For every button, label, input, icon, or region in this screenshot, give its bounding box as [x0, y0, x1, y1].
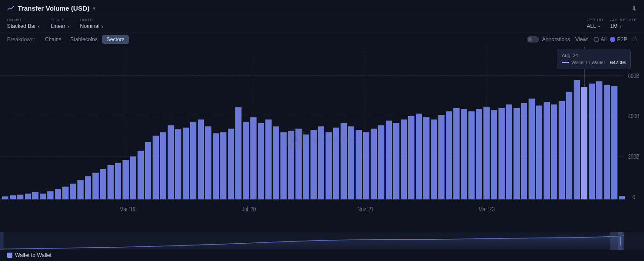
svg-rect-30 — [107, 165, 114, 199]
aggregate-control: AGGREGATE 1M ▾ — [610, 18, 637, 29]
aggregate-dropdown[interactable]: 1M ▾ — [610, 23, 637, 29]
title-chevron-icon[interactable]: ▾ — [93, 5, 96, 12]
breakdown-label: Breakdown: — [7, 36, 35, 43]
svg-rect-54 — [288, 131, 294, 199]
svg-rect-34 — [138, 151, 144, 199]
svg-rect-88 — [544, 102, 550, 199]
svg-rect-72 — [423, 117, 429, 199]
legend-item-wallet: Wallet to Wallet — [7, 252, 51, 258]
svg-rect-49 — [250, 117, 257, 199]
chart-icon — [7, 5, 14, 12]
annotations-switch[interactable] — [527, 36, 539, 43]
annotations-label: Annotations — [542, 36, 570, 43]
svg-rect-17 — [10, 195, 16, 199]
breakdown-stablecoins-button[interactable]: Stablecoins — [66, 35, 102, 44]
scale-dropdown[interactable]: Linear ▾ — [50, 23, 69, 29]
svg-rect-58 — [318, 126, 324, 199]
svg-rect-21 — [40, 194, 46, 199]
tooltip-label: Wallet to Wallet — [562, 60, 605, 65]
svg-rect-31 — [115, 163, 121, 199]
units-chevron-icon: ▾ — [101, 24, 104, 29]
svg-rect-47 — [235, 107, 242, 199]
svg-rect-78 — [468, 111, 475, 199]
svg-rect-45 — [220, 132, 226, 199]
period-control: PERIOD ALL ▾ — [586, 18, 603, 29]
svg-rect-71 — [416, 114, 422, 199]
svg-rect-68 — [393, 123, 399, 199]
svg-rect-42 — [198, 120, 204, 199]
svg-rect-95 — [589, 84, 595, 199]
chart-header: Transfer Volume (USD) ▾ ⬇ — [0, 0, 644, 15]
legend-color-wallet — [7, 253, 12, 258]
svg-rect-77 — [461, 109, 467, 199]
svg-rect-19 — [25, 194, 31, 199]
svg-rect-65 — [371, 129, 377, 199]
svg-rect-56 — [303, 135, 309, 199]
svg-rect-73 — [431, 120, 437, 199]
breakdown-sectors-button[interactable]: Sectors — [102, 35, 129, 44]
svg-rect-84 — [514, 108, 520, 199]
svg-rect-48 — [243, 122, 249, 199]
svg-text:Nov '21: Nov '21 — [357, 206, 374, 213]
svg-rect-52 — [273, 126, 279, 199]
mini-chart[interactable] — [0, 232, 644, 249]
svg-rect-67 — [386, 121, 392, 199]
svg-rect-41 — [190, 122, 196, 199]
svg-rect-28 — [92, 173, 99, 199]
svg-text:Mar '23: Mar '23 — [479, 206, 494, 213]
svg-rect-36 — [153, 136, 159, 199]
view-p2p-option[interactable]: P2P — [610, 36, 627, 43]
chart-dropdown[interactable]: Stacked Bar ▾ — [7, 23, 40, 29]
svg-rect-25 — [70, 184, 76, 199]
svg-text:0: 0 — [632, 193, 635, 201]
download-button[interactable]: ⬇ — [632, 5, 637, 12]
scale-control: SCALE Linear ▾ — [50, 18, 69, 29]
svg-rect-62 — [348, 126, 354, 199]
units-dropdown[interactable]: Nominal ▾ — [80, 23, 104, 29]
svg-rect-104 — [620, 237, 621, 245]
scale-control-label: SCALE — [50, 18, 69, 22]
svg-rect-69 — [401, 120, 407, 199]
tooltip-row: Wallet to Wallet 647.3B — [562, 60, 626, 65]
svg-rect-98 — [611, 86, 617, 199]
info-icon[interactable]: ⓘ — [632, 36, 637, 43]
svg-rect-38 — [168, 125, 174, 199]
tooltip-line-indicator — [562, 62, 569, 63]
aggregate-control-label: AGGREGATE — [610, 18, 637, 22]
controls-row: CHART Stacked Bar ▾ SCALE Linear ▾ UNITS… — [0, 15, 644, 32]
view-all-option[interactable]: All — [594, 36, 606, 43]
svg-rect-40 — [183, 128, 189, 199]
view-options: All P2P — [594, 36, 627, 43]
svg-rect-85 — [521, 103, 527, 199]
svg-rect-55 — [295, 129, 302, 199]
view-p2p-radio[interactable] — [610, 37, 615, 42]
svg-rect-79 — [476, 109, 482, 199]
period-aggregate-area: PERIOD ALL ▾ AGGREGATE 1M ▾ — [586, 18, 637, 29]
svg-rect-27 — [85, 176, 91, 199]
period-chevron-icon: ▾ — [598, 24, 600, 29]
chart-tooltip: Aug '24 Wallet to Wallet 647.3B — [557, 49, 631, 69]
period-control-label: PERIOD — [586, 18, 603, 22]
svg-rect-82 — [498, 108, 505, 199]
svg-rect-35 — [145, 142, 151, 199]
svg-rect-33 — [130, 156, 136, 199]
svg-rect-60 — [333, 128, 339, 199]
legend-label-wallet: Wallet to Wallet — [15, 252, 51, 258]
chart-title: Transfer Volume (USD) — [18, 4, 89, 12]
breakdown-chains-button[interactable]: Chains — [40, 35, 65, 44]
svg-rect-63 — [356, 130, 362, 199]
annotations-toggle[interactable]: Annotations — [527, 36, 570, 43]
view-all-radio[interactable] — [594, 37, 599, 42]
svg-rect-64 — [363, 132, 369, 199]
svg-rect-51 — [265, 120, 272, 199]
svg-rect-29 — [100, 169, 106, 199]
period-dropdown[interactable]: ALL ▾ — [586, 23, 603, 29]
svg-rect-96 — [596, 81, 602, 199]
svg-rect-23 — [55, 189, 61, 199]
svg-rect-50 — [258, 123, 264, 199]
svg-text:400B: 400B — [628, 112, 640, 120]
units-control: UNITS Nominal ▾ — [80, 18, 104, 29]
svg-rect-80 — [483, 107, 490, 199]
svg-rect-37 — [160, 132, 166, 199]
svg-rect-59 — [326, 132, 332, 199]
